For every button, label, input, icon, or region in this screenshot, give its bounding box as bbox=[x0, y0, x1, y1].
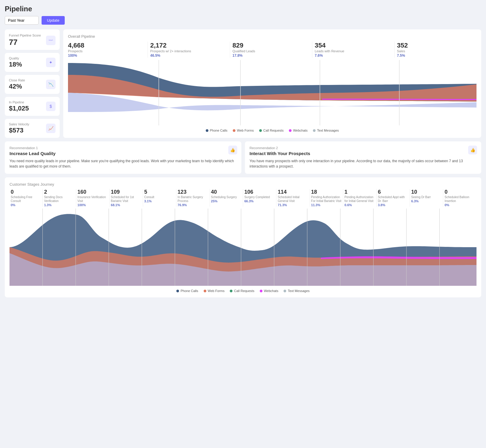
in-pipeline-icon: $ bbox=[46, 102, 56, 111]
pipeline-stats: 4,668 Prospects 100% 2,172 Prospects w/ … bbox=[68, 42, 476, 58]
stage-col: 106 Surgery Completed 66.3% bbox=[243, 189, 276, 207]
thumbs-up-icon[interactable]: 👍 bbox=[228, 146, 237, 154]
pipeline-stat-col: 354 Leads with Revenue 7.6% bbox=[312, 42, 395, 58]
journey-legend: Phone CallsWeb FormsCall RequestsWebchat… bbox=[10, 289, 476, 293]
legend-item: Web Forms bbox=[233, 129, 254, 132]
legend-item: Webchats bbox=[260, 289, 278, 293]
legend-label: Text Messages bbox=[317, 129, 339, 132]
stat-pct: 17.8% bbox=[232, 53, 310, 58]
stat-num: 352 bbox=[397, 42, 474, 49]
recommendation-card: Recommendation 2 Interact With Your Pros… bbox=[245, 141, 482, 174]
legend-item: Text Messages bbox=[284, 289, 309, 293]
legend-item: Web Forms bbox=[204, 289, 225, 293]
legend-item: Webchats bbox=[289, 129, 308, 132]
legend-item: Phone Calls bbox=[176, 289, 198, 293]
funnel-score-label: Funnel Pipeline Score bbox=[9, 34, 41, 37]
stage-label: Sending Docs Verification bbox=[44, 195, 75, 203]
stage-col: 10 Seeing Dr Barr 6.3% bbox=[410, 189, 443, 207]
stage-pct: 0.6% bbox=[344, 203, 375, 207]
stage-col: 1 Pending Authorization for Initial Gene… bbox=[343, 189, 376, 207]
stat-label: Sales bbox=[397, 49, 474, 53]
sales-velocity-card: Sales Velocity $573 📈 bbox=[5, 119, 60, 138]
funnel-score-value: 77 bbox=[9, 38, 41, 47]
legend-label: Web Forms bbox=[208, 289, 225, 293]
stage-col: 0 Scheduling Free Consult 0% bbox=[10, 189, 43, 207]
in-pipeline-value: $1,025 bbox=[9, 105, 29, 112]
stage-num: 0 bbox=[444, 189, 475, 195]
stage-label: Scheduled Initial General Visit bbox=[278, 195, 308, 203]
funnel-score-icon: 〰 bbox=[46, 36, 56, 45]
sales-velocity-value: $573 bbox=[9, 127, 29, 134]
legend-dot bbox=[206, 129, 208, 132]
stage-num: 40 bbox=[211, 189, 242, 195]
pipeline-title: Overall Pipeline bbox=[68, 34, 476, 39]
stage-label: In Bariatric Surgery Process bbox=[178, 195, 208, 203]
stage-pct: 71.3% bbox=[278, 203, 308, 207]
pipeline-stat-col: 2,172 Prospects w/ 2+ interactions 46.5% bbox=[148, 42, 230, 58]
in-pipeline-label: In Pipeline bbox=[9, 100, 29, 104]
stage-num: 123 bbox=[178, 189, 208, 195]
stage-pct: 25% bbox=[211, 199, 242, 203]
close-rate-card: Close Rate 42% 📉 bbox=[5, 75, 60, 94]
stage-num: 6 bbox=[378, 189, 409, 195]
legend-label: Call Requests bbox=[263, 129, 284, 132]
stage-pct: 3.1% bbox=[144, 199, 175, 203]
stat-label: Prospects w/ 2+ interactions bbox=[150, 49, 227, 53]
pipeline-stat-col: 4,668 Prospects 100% bbox=[68, 42, 148, 58]
journey-stages: 0 Scheduling Free Consult 0% 2 Sending D… bbox=[10, 189, 476, 207]
stage-col: 109 Scheduled for 1st Bariatric Visit 68… bbox=[110, 189, 143, 207]
rec-title: Interact With Your Prospects bbox=[250, 151, 477, 156]
legend-dot bbox=[284, 290, 286, 292]
legend-dot bbox=[230, 290, 232, 292]
close-rate-value: 42% bbox=[9, 83, 25, 90]
stage-label: Pending Authorization For Initial Bariat… bbox=[311, 195, 342, 203]
stage-pct: 76.9% bbox=[178, 203, 208, 207]
recommendations-grid: Recommendation 1 Increase Lead Quality Y… bbox=[5, 141, 481, 174]
legend-label: Text Messages bbox=[288, 289, 309, 293]
page-title: Pipeline bbox=[5, 5, 481, 13]
stage-label: Scheduled Balloon Insertion bbox=[444, 195, 475, 203]
stage-label: Pending Authorization for Initial Genera… bbox=[344, 195, 375, 203]
stage-pct: 0% bbox=[11, 203, 41, 207]
funnel-chart bbox=[68, 60, 476, 125]
main-grid: Funnel Pipeline Score 77 〰 Quality 18% ✦… bbox=[5, 29, 481, 138]
pipeline-stat-col: 829 Qualified Leads 17.8% bbox=[230, 42, 312, 58]
stage-num: 0 bbox=[11, 189, 41, 195]
stage-label: Scheduling Surgery bbox=[211, 195, 242, 199]
legend-label: Call Requests bbox=[234, 289, 254, 293]
stat-pct: 46.5% bbox=[150, 53, 227, 58]
stage-col: 2 Sending Docs Verification 1.3% bbox=[43, 189, 76, 207]
rec-text: You need more quality leads in your pipe… bbox=[10, 158, 237, 169]
stage-num: 109 bbox=[111, 189, 141, 195]
stage-pct: 11.3% bbox=[311, 203, 342, 207]
stat-num: 829 bbox=[232, 42, 310, 49]
close-rate-label: Close Rate bbox=[9, 78, 25, 82]
legend-dot bbox=[233, 129, 235, 132]
stage-pct: 68.1% bbox=[111, 203, 141, 207]
stage-col: 114 Scheduled Initial General Visit 71.3… bbox=[276, 189, 310, 207]
quality-icon: ✦ bbox=[46, 58, 56, 67]
stage-col: 6 Scheduled Appt with Dr. Barr 3.8% bbox=[377, 189, 410, 207]
update-button[interactable]: Update bbox=[42, 16, 65, 25]
in-pipeline-card: In Pipeline $1,025 $ bbox=[5, 97, 60, 116]
legend-item: Phone Calls bbox=[206, 129, 227, 132]
stage-col: 0 Scheduled Balloon Insertion 0% bbox=[443, 189, 476, 207]
stage-num: 106 bbox=[244, 189, 275, 195]
period-select[interactable]: Past Year Past Month Past Quarter Past W… bbox=[5, 16, 39, 25]
rec-title: Increase Lead Quality bbox=[10, 151, 237, 156]
stage-label: Surgery Completed bbox=[244, 195, 275, 199]
legend-label: Phone Calls bbox=[181, 289, 198, 293]
page-container: Pipeline Past Year Past Month Past Quart… bbox=[0, 0, 486, 302]
stage-num: 5 bbox=[144, 189, 175, 195]
quality-value: 18% bbox=[9, 61, 22, 68]
funnel-legend: Phone CallsWeb FormsCall RequestsWebchat… bbox=[68, 129, 476, 132]
legend-dot bbox=[259, 129, 262, 132]
quality-card: Quality 18% ✦ bbox=[5, 53, 60, 72]
legend-dot bbox=[260, 290, 262, 292]
stage-label: Scheduled Appt with Dr. Barr bbox=[378, 195, 409, 203]
stat-pct: 7.6% bbox=[315, 53, 392, 58]
stage-col: 40 Scheduling Surgery 25% bbox=[210, 189, 243, 207]
overall-pipeline-card: Overall Pipeline 4,668 Prospects 100% 2,… bbox=[63, 29, 481, 138]
stage-pct: 0% bbox=[444, 203, 475, 207]
thumbs-up-icon[interactable]: 👍 bbox=[468, 146, 477, 154]
